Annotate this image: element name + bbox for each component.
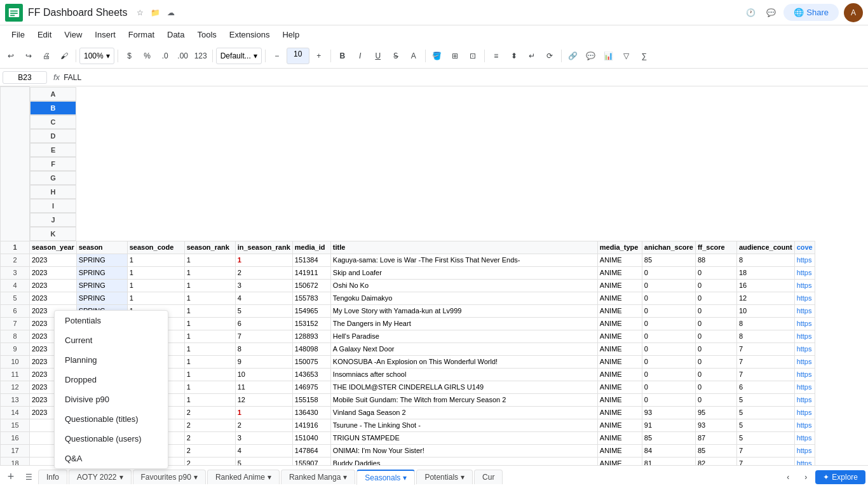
cell-reference-input[interactable]	[3, 71, 47, 84]
cell-f[interactable]: 150075	[292, 355, 330, 368]
cell-l[interactable]: https	[794, 342, 815, 355]
font-dropdown[interactable]: Default... ▾	[216, 48, 262, 64]
cell-h[interactable]: ANIME	[597, 304, 642, 317]
cell-i[interactable]: 0	[642, 317, 695, 330]
col-header-g[interactable]: G	[30, 171, 76, 185]
menu-extensions[interactable]: Extensions	[223, 27, 276, 42]
col-header-d[interactable]: D	[30, 129, 76, 143]
col-header-f[interactable]: F	[30, 157, 76, 171]
tab-ranked-manga[interactable]: Ranked Manga ▾	[281, 470, 355, 484]
cell-l[interactable]: https	[794, 254, 815, 266]
dropdown-item-divisive[interactable]: Divisive p90	[55, 390, 168, 409]
tab-prev-button[interactable]: ‹	[780, 469, 796, 485]
cell-g[interactable]: A Galaxy Next Door	[330, 342, 597, 355]
decrease-decimal-button[interactable]: .0	[157, 48, 173, 64]
cell-d[interactable]: 2	[184, 444, 235, 457]
col-header-k[interactable]: K	[30, 227, 76, 241]
cell-g[interactable]: Tengoku Daimakyo	[330, 292, 597, 304]
cell-d[interactable]: 2	[184, 406, 235, 419]
cell-k[interactable]: 7	[736, 444, 794, 457]
cell-i[interactable]: 0	[642, 330, 695, 342]
cell-j[interactable]: 0	[695, 330, 736, 342]
col-header-a[interactable]: A	[30, 87, 76, 101]
print-button[interactable]: 🖨	[38, 48, 55, 64]
tab-favourites[interactable]: Favourites p90 ▾	[133, 470, 206, 484]
add-sheet-button[interactable]: +	[3, 469, 19, 485]
cell-j[interactable]: 88	[695, 254, 736, 266]
cell-f[interactable]: 146975	[292, 381, 330, 393]
col-header-h[interactable]: H	[30, 185, 76, 199]
cell-e[interactable]: 3	[235, 431, 292, 444]
cell-k[interactable]: 6	[736, 381, 794, 393]
cell-j[interactable]: 82	[695, 457, 736, 465]
merge-button[interactable]: ⊡	[465, 48, 481, 64]
cell-b[interactable]: season	[76, 241, 127, 254]
cell-l[interactable]: https	[794, 292, 815, 304]
link-button[interactable]: 🔗	[565, 48, 581, 64]
text-rotate-button[interactable]: ⟳	[541, 48, 558, 64]
cell-l[interactable]: https	[794, 266, 815, 279]
cell-h[interactable]: ANIME	[597, 431, 642, 444]
cell-a[interactable]: 2023	[30, 279, 77, 292]
cell-j[interactable]: 0	[695, 355, 736, 368]
cell-d[interactable]: 1	[184, 317, 235, 330]
tab-potentials[interactable]: Potentials ▾	[416, 470, 473, 484]
cell-h[interactable]: ANIME	[597, 419, 642, 431]
cell-g[interactable]: KONOSUBA -An Explosion on This Wonderful…	[330, 355, 597, 368]
cell-f[interactable]: 151384	[292, 254, 330, 266]
menu-view[interactable]: View	[58, 27, 88, 42]
h-align-button[interactable]: ≡	[488, 48, 505, 64]
cell-g[interactable]: Tsurune - The Linking Shot -	[330, 419, 597, 431]
cell-d[interactable]: 1	[184, 330, 235, 342]
tab-next-button[interactable]: ›	[797, 469, 814, 485]
cell-f[interactable]: media_id	[292, 241, 330, 254]
cell-i[interactable]: 93	[642, 406, 695, 419]
cell-k[interactable]: 10	[736, 304, 794, 317]
cell-i[interactable]: 0	[642, 393, 695, 406]
cell-l[interactable]: https	[794, 393, 815, 406]
cell-f[interactable]: 141911	[292, 266, 330, 279]
format-123-button[interactable]: 123	[193, 48, 209, 64]
cell-l[interactable]: https	[794, 457, 815, 465]
cell-l[interactable]: https	[794, 355, 815, 368]
cell-h[interactable]: ANIME	[597, 457, 642, 465]
menu-edit[interactable]: Edit	[31, 27, 58, 42]
decrease-font-button[interactable]: −	[269, 48, 285, 64]
cell-f[interactable]: 155907	[292, 457, 330, 465]
cell-a[interactable]: 2023	[30, 254, 77, 266]
cell-e[interactable]: 11	[235, 381, 292, 393]
cell-l[interactable]: https	[794, 431, 815, 444]
cell-b[interactable]: SPRING	[76, 279, 127, 292]
cell-l[interactable]: https	[794, 304, 815, 317]
cell-j[interactable]: 0	[695, 342, 736, 355]
avatar[interactable]: A	[844, 3, 863, 22]
cell-e[interactable]: 9	[235, 355, 292, 368]
cell-k[interactable]: 8	[736, 254, 794, 266]
cell-l[interactable]: https	[794, 419, 815, 431]
cell-i[interactable]: 85	[642, 254, 695, 266]
menu-insert[interactable]: Insert	[88, 27, 122, 42]
filter-button[interactable]: ▽	[618, 48, 635, 64]
cell-h[interactable]: ANIME	[597, 406, 642, 419]
cell-f[interactable]: 155783	[292, 292, 330, 304]
cell-g[interactable]: TRIGUN STAMPEDE	[330, 431, 597, 444]
cell-k[interactable]: 7	[736, 457, 794, 465]
strikethrough-button[interactable]: S̶	[388, 48, 404, 64]
cell-h[interactable]: ANIME	[597, 279, 642, 292]
cell-g[interactable]: The Dangers in My Heart	[330, 317, 597, 330]
cell-i[interactable]: 0	[642, 279, 695, 292]
cell-f[interactable]: 150672	[292, 279, 330, 292]
share-button[interactable]: 🌐 Share	[783, 4, 839, 21]
cell-e[interactable]: 5	[235, 457, 292, 465]
cell-k[interactable]: 8	[736, 317, 794, 330]
cell-j[interactable]: 0	[695, 304, 736, 317]
cell-i[interactable]: 81	[642, 457, 695, 465]
cell-j[interactable]: ff_score	[695, 241, 736, 254]
function-button[interactable]: ∑	[636, 48, 653, 64]
cell-g[interactable]: Kaguya-sama: Love is War -The First Kiss…	[330, 254, 597, 266]
menu-help[interactable]: Help	[276, 27, 306, 42]
cell-d[interactable]: 1	[184, 292, 235, 304]
cell-j[interactable]: 93	[695, 419, 736, 431]
sheets-menu-button[interactable]: ☰	[20, 469, 37, 485]
cell-a[interactable]: 2023	[30, 266, 77, 279]
